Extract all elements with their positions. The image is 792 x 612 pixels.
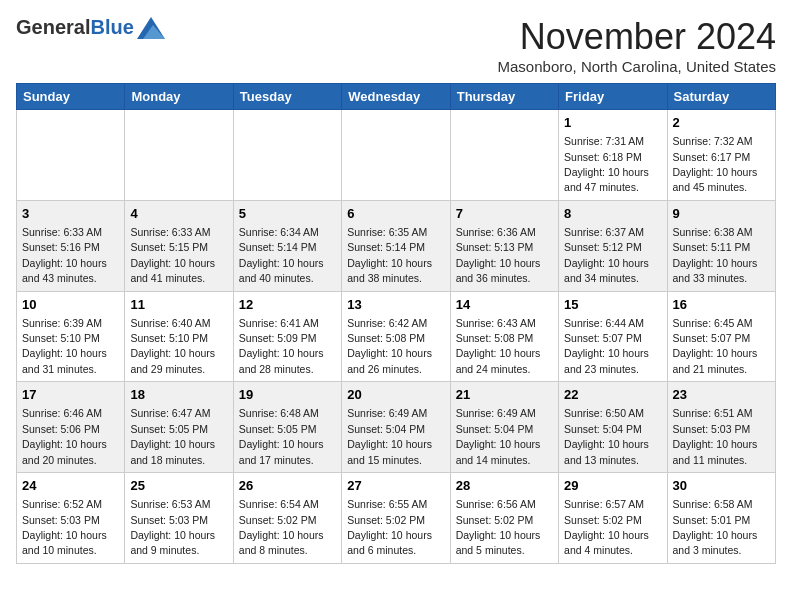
day-info: Sunrise: 6:48 AM Sunset: 5:05 PM Dayligh…: [239, 407, 324, 465]
calendar-cell: [125, 110, 233, 201]
day-number: 18: [130, 386, 227, 404]
day-number: 17: [22, 386, 119, 404]
calendar-cell: 15Sunrise: 6:44 AM Sunset: 5:07 PM Dayli…: [559, 291, 667, 382]
logo-general: General: [16, 16, 90, 38]
day-number: 11: [130, 296, 227, 314]
calendar-cell: 27Sunrise: 6:55 AM Sunset: 5:02 PM Dayli…: [342, 473, 450, 564]
day-info: Sunrise: 6:44 AM Sunset: 5:07 PM Dayligh…: [564, 317, 649, 375]
day-info: Sunrise: 6:53 AM Sunset: 5:03 PM Dayligh…: [130, 498, 215, 556]
calendar-cell: 16Sunrise: 6:45 AM Sunset: 5:07 PM Dayli…: [667, 291, 775, 382]
calendar-cell: 7Sunrise: 6:36 AM Sunset: 5:13 PM Daylig…: [450, 200, 558, 291]
calendar-cell: [342, 110, 450, 201]
calendar-cell: [233, 110, 341, 201]
day-number: 30: [673, 477, 770, 495]
location: Masonboro, North Carolina, United States: [498, 58, 776, 75]
calendar-cell: 4Sunrise: 6:33 AM Sunset: 5:15 PM Daylig…: [125, 200, 233, 291]
calendar-cell: 3Sunrise: 6:33 AM Sunset: 5:16 PM Daylig…: [17, 200, 125, 291]
calendar-cell: 22Sunrise: 6:50 AM Sunset: 5:04 PM Dayli…: [559, 382, 667, 473]
calendar-table: SundayMondayTuesdayWednesdayThursdayFrid…: [16, 83, 776, 564]
calendar-cell: 13Sunrise: 6:42 AM Sunset: 5:08 PM Dayli…: [342, 291, 450, 382]
month-title: November 2024: [498, 16, 776, 58]
calendar-cell: 25Sunrise: 6:53 AM Sunset: 5:03 PM Dayli…: [125, 473, 233, 564]
day-info: Sunrise: 6:35 AM Sunset: 5:14 PM Dayligh…: [347, 226, 432, 284]
calendar-cell: 24Sunrise: 6:52 AM Sunset: 5:03 PM Dayli…: [17, 473, 125, 564]
day-info: Sunrise: 6:45 AM Sunset: 5:07 PM Dayligh…: [673, 317, 758, 375]
weekday-header: Thursday: [450, 84, 558, 110]
calendar-cell: 11Sunrise: 6:40 AM Sunset: 5:10 PM Dayli…: [125, 291, 233, 382]
day-info: Sunrise: 6:49 AM Sunset: 5:04 PM Dayligh…: [347, 407, 432, 465]
calendar-cell: 28Sunrise: 6:56 AM Sunset: 5:02 PM Dayli…: [450, 473, 558, 564]
calendar-cell: [450, 110, 558, 201]
day-number: 28: [456, 477, 553, 495]
day-number: 27: [347, 477, 444, 495]
day-number: 22: [564, 386, 661, 404]
calendar-cell: 30Sunrise: 6:58 AM Sunset: 5:01 PM Dayli…: [667, 473, 775, 564]
day-info: Sunrise: 6:36 AM Sunset: 5:13 PM Dayligh…: [456, 226, 541, 284]
calendar-cell: [17, 110, 125, 201]
day-info: Sunrise: 6:56 AM Sunset: 5:02 PM Dayligh…: [456, 498, 541, 556]
day-number: 16: [673, 296, 770, 314]
day-number: 19: [239, 386, 336, 404]
calendar-cell: 10Sunrise: 6:39 AM Sunset: 5:10 PM Dayli…: [17, 291, 125, 382]
day-info: Sunrise: 6:34 AM Sunset: 5:14 PM Dayligh…: [239, 226, 324, 284]
page-header: GeneralBlue November 2024 Masonboro, Nor…: [16, 16, 776, 75]
calendar-cell: 23Sunrise: 6:51 AM Sunset: 5:03 PM Dayli…: [667, 382, 775, 473]
day-info: Sunrise: 6:51 AM Sunset: 5:03 PM Dayligh…: [673, 407, 758, 465]
calendar-cell: 29Sunrise: 6:57 AM Sunset: 5:02 PM Dayli…: [559, 473, 667, 564]
calendar-week-row: 1Sunrise: 7:31 AM Sunset: 6:18 PM Daylig…: [17, 110, 776, 201]
day-number: 15: [564, 296, 661, 314]
day-info: Sunrise: 6:33 AM Sunset: 5:16 PM Dayligh…: [22, 226, 107, 284]
day-info: Sunrise: 6:38 AM Sunset: 5:11 PM Dayligh…: [673, 226, 758, 284]
day-info: Sunrise: 6:58 AM Sunset: 5:01 PM Dayligh…: [673, 498, 758, 556]
day-info: Sunrise: 6:49 AM Sunset: 5:04 PM Dayligh…: [456, 407, 541, 465]
weekday-header: Saturday: [667, 84, 775, 110]
calendar-cell: 18Sunrise: 6:47 AM Sunset: 5:05 PM Dayli…: [125, 382, 233, 473]
logo-text: GeneralBlue: [16, 16, 134, 39]
day-info: Sunrise: 6:55 AM Sunset: 5:02 PM Dayligh…: [347, 498, 432, 556]
day-number: 12: [239, 296, 336, 314]
calendar-header: SundayMondayTuesdayWednesdayThursdayFrid…: [17, 84, 776, 110]
day-number: 2: [673, 114, 770, 132]
day-number: 10: [22, 296, 119, 314]
calendar-cell: 2Sunrise: 7:32 AM Sunset: 6:17 PM Daylig…: [667, 110, 775, 201]
day-number: 25: [130, 477, 227, 495]
calendar-cell: 20Sunrise: 6:49 AM Sunset: 5:04 PM Dayli…: [342, 382, 450, 473]
day-number: 24: [22, 477, 119, 495]
day-number: 1: [564, 114, 661, 132]
day-number: 3: [22, 205, 119, 223]
day-number: 9: [673, 205, 770, 223]
calendar-cell: 12Sunrise: 6:41 AM Sunset: 5:09 PM Dayli…: [233, 291, 341, 382]
weekday-row: SundayMondayTuesdayWednesdayThursdayFrid…: [17, 84, 776, 110]
calendar-cell: 1Sunrise: 7:31 AM Sunset: 6:18 PM Daylig…: [559, 110, 667, 201]
day-number: 8: [564, 205, 661, 223]
day-number: 29: [564, 477, 661, 495]
logo-icon: [137, 17, 165, 39]
calendar-body: 1Sunrise: 7:31 AM Sunset: 6:18 PM Daylig…: [17, 110, 776, 564]
calendar-cell: 5Sunrise: 6:34 AM Sunset: 5:14 PM Daylig…: [233, 200, 341, 291]
day-info: Sunrise: 7:31 AM Sunset: 6:18 PM Dayligh…: [564, 135, 649, 193]
logo: GeneralBlue: [16, 16, 165, 39]
day-info: Sunrise: 6:43 AM Sunset: 5:08 PM Dayligh…: [456, 317, 541, 375]
day-info: Sunrise: 6:50 AM Sunset: 5:04 PM Dayligh…: [564, 407, 649, 465]
day-info: Sunrise: 6:52 AM Sunset: 5:03 PM Dayligh…: [22, 498, 107, 556]
calendar-cell: 8Sunrise: 6:37 AM Sunset: 5:12 PM Daylig…: [559, 200, 667, 291]
weekday-header: Sunday: [17, 84, 125, 110]
calendar-cell: 21Sunrise: 6:49 AM Sunset: 5:04 PM Dayli…: [450, 382, 558, 473]
day-info: Sunrise: 7:32 AM Sunset: 6:17 PM Dayligh…: [673, 135, 758, 193]
calendar-week-row: 24Sunrise: 6:52 AM Sunset: 5:03 PM Dayli…: [17, 473, 776, 564]
day-info: Sunrise: 6:42 AM Sunset: 5:08 PM Dayligh…: [347, 317, 432, 375]
day-number: 23: [673, 386, 770, 404]
calendar-week-row: 17Sunrise: 6:46 AM Sunset: 5:06 PM Dayli…: [17, 382, 776, 473]
day-number: 21: [456, 386, 553, 404]
day-info: Sunrise: 6:47 AM Sunset: 5:05 PM Dayligh…: [130, 407, 215, 465]
calendar-cell: 14Sunrise: 6:43 AM Sunset: 5:08 PM Dayli…: [450, 291, 558, 382]
day-number: 14: [456, 296, 553, 314]
weekday-header: Tuesday: [233, 84, 341, 110]
day-number: 7: [456, 205, 553, 223]
calendar-week-row: 10Sunrise: 6:39 AM Sunset: 5:10 PM Dayli…: [17, 291, 776, 382]
weekday-header: Monday: [125, 84, 233, 110]
day-number: 20: [347, 386, 444, 404]
calendar-cell: 19Sunrise: 6:48 AM Sunset: 5:05 PM Dayli…: [233, 382, 341, 473]
day-info: Sunrise: 6:41 AM Sunset: 5:09 PM Dayligh…: [239, 317, 324, 375]
logo-blue: Blue: [90, 16, 133, 38]
